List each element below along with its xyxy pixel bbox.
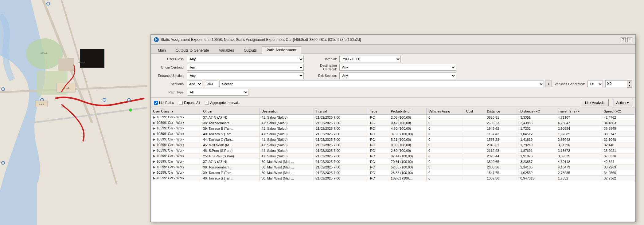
table-row[interactable]: ▶10599: Car - Work45: Mall North (M...41… [151,142,635,148]
aggregate-intervals-checkbox[interactable] [205,101,209,105]
tab-variables[interactable]: Variables [214,47,239,54]
table-cell-10: 3,13672 [556,148,602,153]
vehicles-decrement[interactable]: ▼ [627,84,632,87]
vehicles-increment[interactable]: ▲ [627,81,632,84]
table-cell-4: RC [368,142,389,148]
sections-number-input[interactable] [206,81,218,87]
origin-centroid-select[interactable]: Any [187,64,304,71]
row-expand-icon[interactable]: ▶ [153,154,157,158]
table-cell-0: ▶10599: Car - Work [151,148,201,153]
sections-combo: And Or | Section + [187,81,552,87]
help-button[interactable]: ? [621,37,626,42]
link-analysis-button[interactable]: Link Analysis [581,99,609,106]
th-travel-time[interactable]: Travel Time (F [556,108,602,115]
table-row[interactable]: ▶10599: Car - Work38: Torredembarr...41:… [151,120,635,126]
th-vehicles[interactable]: Vehicles Assig [427,108,464,115]
th-probability[interactable]: Probability of [389,108,426,115]
th-origin[interactable]: Origin [201,108,260,115]
user-class-select[interactable]: Any [187,56,304,62]
table-cell-5: 2,30 (100,00) [389,148,426,153]
filter-row-3: Entrance Section: Any Exit Section: Any [154,72,632,79]
expand-all-checkbox-label[interactable]: Expand All [179,101,200,105]
row-expand-icon[interactable]: ▶ [153,165,157,169]
table-row[interactable]: ▶10599: Car - Work40: Tarraco S (Tarr...… [151,176,635,181]
row-expand-icon[interactable]: ▶ [153,148,157,152]
svg-text:school: school [78,61,85,64]
vehicles-operator-select[interactable]: >= <= = [587,81,603,87]
entrance-section-select[interactable]: Any [187,72,304,79]
table-area[interactable]: User Class ▼ Origin Destination Interval… [151,108,635,222]
table-row[interactable]: ▶10599: Car - Work38: Torredembarr...50:… [151,164,635,170]
table-row[interactable]: ▶10599: Car - Work37: A7-N (A7-N)50: Mal… [151,159,635,164]
row-expand-icon[interactable]: ▶ [153,171,157,174]
table-cell-3: 21/02/2025 7:00 [314,115,368,120]
row-expand-icon[interactable]: ▶ [153,115,157,119]
vehicles-spinner: ▲ ▼ [627,80,632,88]
table-row[interactable]: ▶10599: Car - Work44: Tarraco C (Tarr...… [151,137,635,142]
table-cell-8: 1847,75 [485,170,518,176]
sections-add-button[interactable]: + [545,81,552,87]
tab-path-assignment[interactable]: Path Assignment [262,46,301,54]
vehicles-value-input[interactable] [605,80,627,87]
tab-main[interactable]: Main [153,47,170,54]
sections-name-select[interactable]: Section [219,81,544,87]
table-row[interactable]: ▶10599: Car - Work46: S.Pere (S.Pere)41:… [151,148,635,153]
path-type-select[interactable]: All [187,89,248,96]
row-expand-icon[interactable]: ▶ [153,143,157,147]
table-cell-4: RC [368,159,389,164]
aggregate-intervals-checkbox-label[interactable]: Aggregate Intervals [205,101,239,105]
th-speed-fc[interactable]: Speed (FC) [602,108,635,115]
th-distance[interactable]: Distance [485,108,518,115]
sort-icon-user-class: ▼ [171,110,174,113]
th-distance-fc[interactable]: Distance (FC [518,108,556,115]
row-expand-icon[interactable]: ▶ [153,121,157,124]
th-type[interactable]: Type [368,108,389,115]
tab-outputs[interactable]: Outputs [239,47,261,54]
table-cell-8: 1059,56 [485,176,518,181]
list-paths-checkbox-label[interactable]: List Paths [154,101,174,105]
action-button[interactable]: Action ▼ [614,99,632,106]
table-cell-2: 41: Salou (Salou) [260,126,314,131]
row-expand-icon[interactable]: ▶ [153,126,157,130]
th-cost[interactable]: Cost [464,108,485,115]
table-row[interactable]: ▶10599: Car - Work39: Tarraco E (Tarr...… [151,126,635,131]
interval-select[interactable]: 7:00 - 10:00 [339,56,401,62]
table-header-row: User Class ▼ Origin Destination Interval… [151,108,635,115]
table-cell-7 [464,120,485,126]
table-cell-0: ▶10599: Car - Work [151,153,201,159]
table-row[interactable]: ▶10599: Car - Work40: Tarraco S (Tarr...… [151,131,635,137]
list-paths-checkbox[interactable] [154,101,158,105]
row-expand-icon[interactable]: ▶ [153,160,157,163]
th-interval[interactable]: Interval [314,108,368,115]
table-cell-7 [464,137,485,142]
exit-section-select[interactable]: Any [339,72,456,79]
th-user-class[interactable]: User Class ▼ [151,108,201,115]
table-cell-2: 50: Mall West (Mall ... [260,170,314,176]
sections-and-select[interactable]: And Or [187,81,202,87]
expand-all-checkbox[interactable] [179,101,183,105]
destination-centroid-select[interactable]: Any [339,64,456,71]
table-cell-2: 41: Salou (Salou) [260,148,314,153]
th-destination[interactable]: Destination [260,108,314,115]
table-cell-5: 182,01 (100,... [389,176,426,181]
table-cell-3: 21/02/2025 7:00 [314,120,368,126]
table-cell-11: 33,7269 [602,164,635,170]
table-cell-3: 21/02/2025 7:00 [314,164,368,170]
tab-outputs-to-generate[interactable]: Outputs to Generate [171,47,214,54]
row-expand-icon[interactable]: ▶ [153,132,157,136]
table-cell-4: RC [368,164,389,170]
table-cell-2: 41: Salou (Salou) [260,137,314,142]
row-expand-icon[interactable]: ▶ [153,176,157,180]
app-icon: N [154,37,159,42]
table-cell-11: 32,448 [602,142,635,148]
interval-label: Interval: [306,57,337,61]
table-row[interactable]: ▶10599: Car - Work39: Tarraco E (Tarr...… [151,170,635,176]
table-cell-4: RC [368,176,389,181]
table-row[interactable]: ▶10599: Car - Work37: A7-N (A7-N)41: Sal… [151,115,635,120]
table-cell-2: 41: Salou (Salou) [260,120,314,126]
table-cell-5: 28,88 (100,00) [389,170,426,176]
table-row[interactable]: ▶10599: Car - Work2514: S.Pau (S.Pau)41:… [151,153,635,159]
row-expand-icon[interactable]: ▶ [153,137,157,141]
close-button[interactable]: ✕ [627,37,632,42]
svg-rect-8 [80,49,104,68]
